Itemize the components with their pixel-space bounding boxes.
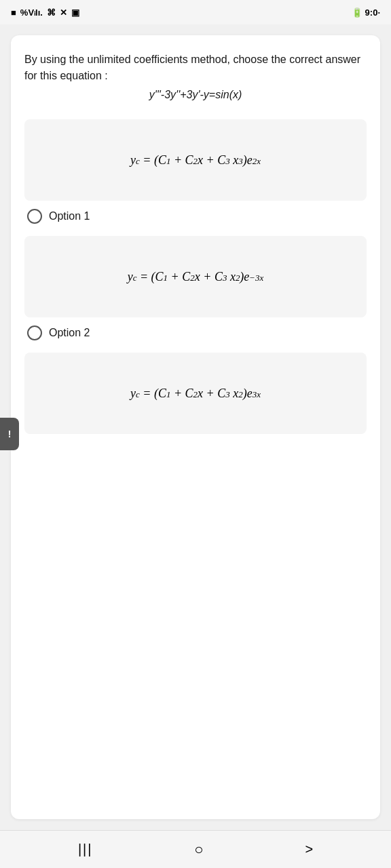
question-intro: By using the unlimited coefficients meth…: [24, 54, 360, 81]
option-2-math: yc = (C1 + C2x + C3 x2)e−3x: [128, 270, 264, 284]
home-icon: ○: [194, 841, 203, 859]
option-1-radio[interactable]: [27, 209, 42, 224]
question-equation: y'''-3y''+3y'-y=sin(x): [24, 87, 367, 103]
main-card: By using the unlimited coefficients meth…: [11, 35, 380, 819]
option-1-container: yc = (C1 + C2x + C3 x3)e2x Option 1: [24, 119, 367, 224]
nfc-icon: ▣: [71, 7, 79, 18]
sim-icon: ■: [11, 7, 16, 18]
x-icon: ✕: [60, 7, 67, 18]
option-1-label-row[interactable]: Option 1: [24, 209, 367, 224]
back-button[interactable]: |||: [67, 836, 104, 863]
floating-side-button[interactable]: !: [0, 418, 19, 450]
floating-button-label: !: [8, 429, 12, 439]
status-bar: ■ %Vᵢlı. ⌘ ✕ ▣ 🔋 9:0·: [0, 0, 391, 24]
home-button[interactable]: ○: [183, 835, 214, 864]
option-3-container: yc = (C1 + C2x + C3 x2)e3x: [24, 353, 367, 434]
question-text: By using the unlimited coefficients meth…: [24, 52, 367, 103]
option-2-math-box: yc = (C1 + C2x + C3 x2)e−3x: [24, 236, 367, 317]
signal-text: %Vᵢlı.: [20, 7, 43, 18]
bottom-nav: ||| ○ >: [0, 830, 391, 868]
option-2-radio[interactable]: [27, 326, 42, 340]
forward-button[interactable]: >: [294, 836, 324, 863]
status-right: 🔋 9:0·: [352, 7, 380, 18]
option-1-label: Option 1: [49, 210, 90, 222]
battery-icon: 🔋: [352, 7, 362, 18]
time-display: 9:0·: [365, 7, 380, 18]
back-icon: |||: [78, 842, 93, 857]
option-1-math-box: yc = (C1 + C2x + C3 x3)e2x: [24, 119, 367, 201]
option-2-label: Option 2: [49, 327, 90, 339]
wifi-icon: ⌘: [47, 7, 56, 18]
option-2-label-row[interactable]: Option 2: [24, 326, 367, 340]
status-left-icons: ■ %Vᵢlı. ⌘ ✕ ▣: [11, 7, 79, 18]
option-3-math: yc = (C1 + C2x + C3 x2)e3x: [130, 387, 261, 401]
option-2-container: yc = (C1 + C2x + C3 x2)e−3x Option 2: [24, 236, 367, 340]
option-1-math: yc = (C1 + C2x + C3 x3)e2x: [130, 153, 261, 167]
option-3-math-box: yc = (C1 + C2x + C3 x2)e3x: [24, 353, 367, 434]
forward-icon: >: [305, 842, 313, 857]
